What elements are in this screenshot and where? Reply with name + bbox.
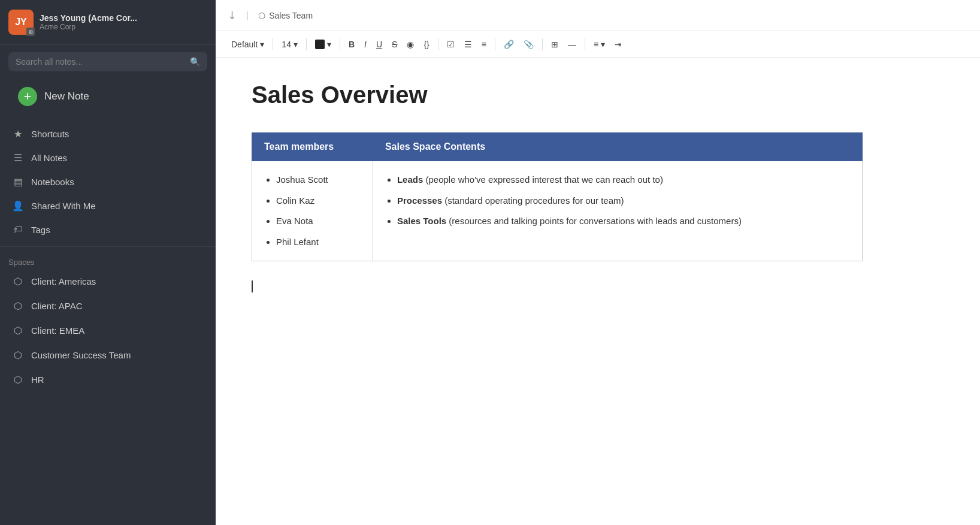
note-title[interactable]: Sales Overview [252,82,944,108]
space-icon: ⬡ [12,349,24,361]
breadcrumb-label: Sales Team [269,11,313,20]
color-picker[interactable]: ▾ [311,37,335,52]
list-item: Leads (people who've expressed interest … [397,173,850,187]
sidebar-item-label: Shortcuts [31,129,69,139]
new-note-icon: + [18,87,37,106]
breadcrumb-space-icon: ⬡ [258,11,265,20]
breadcrumb: ⬡ Sales Team [258,11,313,20]
sidebar-item-client-apac[interactable]: ⬡ Client: APAC [4,294,212,318]
sidebar-item-tags[interactable]: 🏷 Tags [4,218,212,241]
notebooks-icon: ▤ [12,176,24,188]
sidebar-item-label: Client: EMEA [31,325,84,336]
sidebar-item-shortcuts[interactable]: ★ Shortcuts [4,122,212,146]
list-item: Processes (standard operating procedures… [397,194,850,208]
sidebar-item-hr[interactable]: ⬡ HR [4,368,212,391]
italic-button[interactable]: I [361,37,370,52]
user-org: Acme Corp [40,23,137,31]
sidebar-divider [0,246,216,247]
numbered-list-button[interactable]: ≡ [478,37,490,52]
code-button[interactable]: {} [420,37,432,52]
avatar-badge: ⊞ [26,28,35,36]
chevron-down-icon: ▾ [294,40,298,49]
sidebar-item-shared-with-me[interactable]: 👤 Shared With Me [4,194,212,218]
align-button[interactable]: ≡ ▾ [590,37,609,52]
checkbox-button[interactable]: ☑ [443,37,458,52]
avatar: JY ⊞ [8,10,34,35]
tags-icon: 🏷 [12,224,24,235]
team-members-list: Joshua Scott Colin Kaz Eva Nota Phil Lef… [264,173,361,249]
sidebar: JY ⊞ Jess Young (Acme Cor... Acme Corp 🔍… [0,0,216,525]
sidebar-item-all-notes[interactable]: ☰ All Notes [4,146,212,170]
space-icon: ⬡ [12,300,24,312]
toolbar-separator [495,38,495,50]
sidebar-nav: ★ Shortcuts ☰ All Notes ▤ Notebooks 👤 Sh… [0,122,216,242]
content-table: Team members Sales Space Contents Joshua… [252,132,863,261]
space-icon: ⬡ [12,374,24,385]
space-icon: ⬡ [12,325,24,336]
bold-label: Leads [397,174,423,185]
list-item: Eva Nota [276,215,361,228]
list-item: Sales Tools (resources and talking point… [397,215,850,228]
font-family-select[interactable]: Default ▾ [228,37,268,52]
bullet-list-button[interactable]: ☰ [461,37,476,52]
sidebar-item-label: Notebooks [31,177,74,187]
sidebar-item-client-emea[interactable]: ⬡ Client: EMEA [4,319,212,342]
divider-button[interactable]: — [564,37,580,52]
editor-area[interactable]: Sales Overview Team members Sales Space … [216,58,980,525]
toolbar-separator [438,38,438,50]
sidebar-item-notebooks[interactable]: ▤ Notebooks [4,170,212,194]
sidebar-header: JY ⊞ Jess Young (Acme Cor... Acme Corp [0,0,216,45]
spaces-label: Spaces [0,252,216,269]
sidebar-item-label: Client: APAC [31,301,83,311]
color-swatch [315,40,325,49]
breadcrumb-separator: | [246,10,249,21]
toolbar-separator [306,38,307,50]
toolbar-separator [585,38,585,50]
cursor-line[interactable] [252,279,944,294]
shortcuts-icon: ★ [12,128,24,140]
table-cell-team-members: Joshua Scott Colin Kaz Eva Nota Phil Lef… [252,161,373,261]
chevron-down-icon: ▾ [327,40,331,49]
user-name: Jess Young (Acme Cor... [40,13,137,23]
indent-button[interactable]: ⇥ [611,37,625,52]
chevron-down-icon: ▾ [260,40,264,49]
sidebar-item-label: Shared With Me [31,201,96,211]
bold-button[interactable]: B [345,37,358,52]
table-header-contents: Sales Space Contents [373,133,862,161]
top-bar: ↗ | ⬡ Sales Team [216,0,980,31]
new-note-button[interactable]: + New Note [8,81,207,112]
user-info: Jess Young (Acme Cor... Acme Corp [40,13,137,31]
toolbar-separator [542,38,543,50]
search-input[interactable] [16,57,185,67]
sidebar-item-label: Tags [31,225,50,235]
space-icon: ⬡ [12,276,24,287]
list-item: Colin Kaz [276,194,361,208]
sidebar-item-label: Customer Success Team [31,350,131,360]
back-arrow[interactable]: ↗ [224,7,240,23]
main-content: ↗ | ⬡ Sales Team Default ▾ 14 ▾ ▾ B I U … [216,0,980,525]
list-item: Joshua Scott [276,173,361,187]
list-item: Phil Lefant [276,236,361,249]
highlight-button[interactable]: ◉ [403,37,418,52]
toolbar-separator [273,38,273,50]
table-cell-sales-contents: Leads (people who've expressed interest … [373,161,862,261]
bold-label: Processes [397,195,442,206]
search-bar[interactable]: 🔍 [8,52,207,71]
sidebar-item-label: Client: Americas [31,276,96,286]
attachment-button[interactable]: 📎 [520,37,537,52]
underline-button[interactable]: U [373,37,386,52]
table-header-team: Team members [252,133,373,161]
sidebar-item-client-americas[interactable]: ⬡ Client: Americas [4,270,212,293]
all-notes-icon: ☰ [12,152,24,164]
strikethrough-button[interactable]: S [388,37,401,52]
toolbar-separator [340,38,340,50]
font-size-select[interactable]: 14 ▾ [278,37,301,52]
sidebar-item-customer-success[interactable]: ⬡ Customer Success Team [4,343,212,367]
table-button[interactable]: ⊞ [548,37,562,52]
sidebar-item-label: HR [31,375,44,385]
table-row: Joshua Scott Colin Kaz Eva Nota Phil Lef… [252,161,863,261]
shared-icon: 👤 [12,200,24,212]
link-button[interactable]: 🔗 [500,37,518,52]
toolbar: Default ▾ 14 ▾ ▾ B I U S ◉ {} ☑ ☰ ≡ 🔗 📎 … [216,31,980,58]
sales-contents-list: Leads (people who've expressed interest … [385,173,850,228]
